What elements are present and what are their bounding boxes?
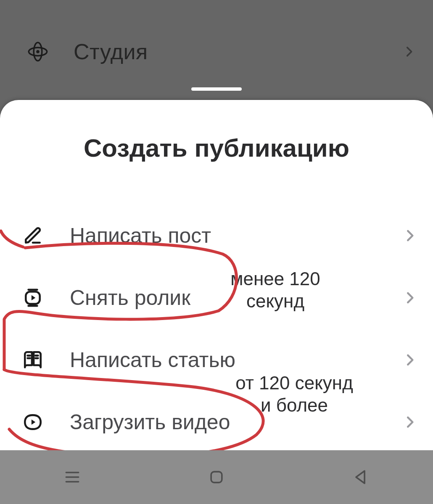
option-label: Снять ролик — [70, 286, 190, 310]
nav-recent-button[interactable] — [18, 450, 127, 504]
menu-item-label: Студия — [74, 39, 148, 64]
chevron-right-icon — [402, 414, 418, 430]
chevron-right-icon — [402, 45, 416, 59]
sheet-options: Написать пост Снять ролик — [0, 205, 433, 453]
atom-icon — [25, 39, 50, 64]
option-upload-video[interactable]: Загрузить видео — [0, 391, 433, 453]
svg-rect-13 — [211, 472, 222, 483]
svg-point-2 — [36, 50, 40, 53]
chevron-right-icon — [402, 352, 418, 368]
option-label: Загрузить видео — [70, 410, 230, 434]
video-play-icon — [21, 410, 45, 434]
svg-marker-4 — [32, 295, 35, 301]
option-label: Написать пост — [70, 223, 211, 248]
sheet-drag-handle[interactable] — [191, 87, 242, 91]
nav-back-button[interactable] — [306, 450, 415, 504]
option-label: Написать статью — [70, 348, 235, 372]
book-icon — [21, 348, 45, 372]
option-write-article[interactable]: Написать статью — [0, 329, 433, 391]
nav-home-button[interactable] — [162, 450, 271, 504]
android-navbar — [0, 450, 433, 504]
option-write-post[interactable]: Написать пост — [0, 205, 433, 267]
chevron-right-icon — [402, 228, 418, 244]
svg-marker-9 — [32, 420, 35, 425]
create-publication-sheet: Создать публикацию Написать пост — [0, 100, 433, 504]
menu-item-studio[interactable]: Студия — [25, 37, 416, 66]
chevron-right-icon — [402, 290, 418, 306]
option-shoot-clip[interactable]: Снять ролик — [0, 267, 433, 329]
svg-marker-14 — [356, 471, 364, 483]
reel-icon — [21, 286, 45, 310]
sheet-title: Создать публикацию — [0, 134, 433, 163]
edit-icon — [21, 224, 45, 247]
